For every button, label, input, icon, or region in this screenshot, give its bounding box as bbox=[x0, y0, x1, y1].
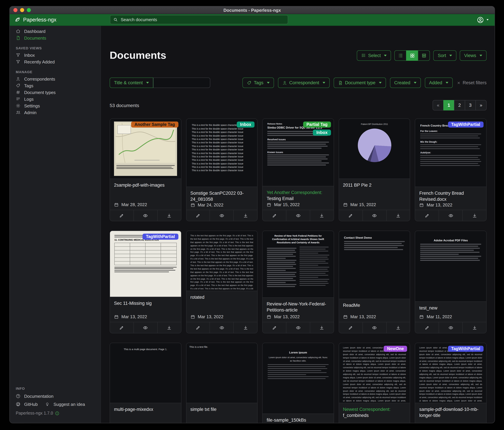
sidebar-item-suggest-an-idea[interactable]: Suggest an idea bbox=[39, 400, 86, 408]
document-card[interactable]: This is the text that appears on the fir… bbox=[186, 231, 258, 333]
sidebar-item-github[interactable]: GitHub bbox=[10, 400, 39, 408]
tag-inbox[interactable]: Inbox bbox=[313, 130, 331, 136]
view-button[interactable] bbox=[439, 210, 463, 221]
document-thumbnail[interactable]: Patient BP Distribution 2011 bbox=[339, 119, 410, 179]
sort-button[interactable]: Sort bbox=[433, 50, 457, 61]
pagination-page-2[interactable]: 2 bbox=[454, 100, 465, 111]
filter-tags-button[interactable]: Tags bbox=[243, 77, 274, 88]
document-title[interactable]: French Country Bread Revised.docx bbox=[419, 190, 482, 203]
view-button[interactable] bbox=[362, 322, 386, 333]
minimize-button[interactable] bbox=[20, 8, 24, 12]
edit-button[interactable] bbox=[110, 322, 134, 333]
document-card[interactable]: Adobe Acrobat PDF Filestest_newMar 11, 2… bbox=[415, 231, 486, 333]
sidebar-item-tags[interactable]: Tags bbox=[10, 82, 101, 89]
document-title[interactable]: simple txt file bbox=[190, 406, 253, 412]
download-button[interactable] bbox=[462, 322, 486, 333]
tag-partial-tag[interactable]: Partial Tag bbox=[303, 122, 331, 128]
tag-another-sample-tag[interactable]: Another Sample Tag bbox=[131, 122, 178, 128]
correspondent-link[interactable]: Newest Correspondent: bbox=[343, 407, 391, 412]
title-content-dropdown[interactable]: Title & content bbox=[110, 77, 153, 88]
document-title[interactable]: Sonstige ScanPC2022 03-24_081058 bbox=[190, 190, 253, 203]
tag-tagwithpartial[interactable]: TagWithPartial bbox=[448, 122, 484, 128]
sidebar-item-correspondents[interactable]: Correspondents bbox=[10, 75, 101, 82]
reset-filters-button[interactable]: Reset filters bbox=[457, 80, 486, 85]
sidebar-item-documents[interactable]: Documents bbox=[10, 35, 101, 41]
zoom-button[interactable] bbox=[27, 8, 31, 12]
edit-button[interactable] bbox=[262, 322, 286, 333]
download-button[interactable] bbox=[310, 322, 334, 333]
document-card[interactable]: Release NotesSimba ODBC Driver for SQL S… bbox=[262, 119, 334, 221]
view-button[interactable] bbox=[134, 210, 157, 221]
document-card[interactable]: Lorem ipsumLorem ipsum dolor sit amet, c… bbox=[262, 343, 334, 423]
sidebar-item-admin[interactable]: Admin bbox=[10, 109, 101, 116]
download-button[interactable] bbox=[234, 210, 257, 221]
select-button[interactable]: Select bbox=[357, 50, 391, 61]
pagination-page-3[interactable]: 3 bbox=[465, 100, 476, 111]
document-card[interactable]: Lorem ipsum dolor sit amet, consectetur … bbox=[339, 343, 410, 423]
edit-button[interactable] bbox=[339, 322, 362, 333]
document-title[interactable]: ReadMe bbox=[343, 302, 406, 308]
tag-tagwithpartial[interactable]: TagWithPartial bbox=[448, 346, 484, 352]
edit-button[interactable] bbox=[415, 322, 439, 333]
title-content-input[interactable] bbox=[153, 77, 210, 88]
download-button[interactable] bbox=[310, 210, 334, 221]
views-button[interactable]: Views bbox=[460, 50, 486, 61]
document-card[interactable]: Another Sample Tag2sample-pdf-with-image… bbox=[110, 119, 181, 221]
tag-inbox[interactable]: Inbox bbox=[237, 122, 255, 128]
sidebar-item-logs[interactable]: Logs bbox=[10, 96, 101, 102]
document-thumbnail[interactable]: Another Sample Tag bbox=[110, 119, 181, 179]
edit-button[interactable] bbox=[339, 210, 362, 221]
document-thumbnail[interactable]: This is a multi page document. Page 1. bbox=[110, 343, 181, 403]
document-thumbnail[interactable]: Lorem ipsum dolor sit amet, consectetur … bbox=[339, 343, 410, 403]
document-title[interactable]: Newest Correspondent: f_combineds bbox=[343, 406, 406, 419]
document-thumbnail[interactable]: This is a test for the double space char… bbox=[186, 119, 257, 187]
view-button[interactable] bbox=[134, 322, 157, 333]
download-button[interactable] bbox=[157, 210, 181, 221]
document-title[interactable]: Yet Another Correspondent: Testing Email bbox=[267, 190, 329, 202]
view-button[interactable] bbox=[286, 322, 310, 333]
document-thumbnail[interactable]: French Country BreadFor the Leaven:Mix t… bbox=[415, 119, 486, 187]
edit-button[interactable] bbox=[186, 322, 210, 333]
document-card[interactable]: Lorem ipsum dolor sit amet, consectetur … bbox=[415, 343, 486, 423]
download-button[interactable] bbox=[386, 210, 410, 221]
edit-button[interactable] bbox=[415, 210, 439, 221]
view-mode-grid-button[interactable] bbox=[406, 50, 418, 61]
document-title[interactable]: file-sample_150kBs bbox=[267, 417, 329, 423]
filter-created-button[interactable]: Created bbox=[390, 77, 421, 88]
download-button[interactable] bbox=[157, 322, 181, 333]
filter-added-button[interactable]: Added bbox=[425, 77, 452, 88]
document-thumbnail[interactable]: This is a test file. bbox=[186, 343, 257, 403]
download-button[interactable] bbox=[386, 322, 410, 333]
document-title[interactable]: sample-pdf-download-10-mb-longer-title bbox=[419, 406, 482, 419]
tag-newone[interactable]: NewOne bbox=[384, 346, 407, 352]
search-input[interactable] bbox=[120, 17, 285, 22]
view-button[interactable] bbox=[210, 210, 234, 221]
document-title[interactable]: test_new bbox=[419, 305, 482, 311]
document-title[interactable]: rotated bbox=[190, 294, 253, 300]
document-title[interactable]: 2011 BP Pie 2 bbox=[343, 182, 406, 188]
document-thumbnail[interactable]: 11. CONTINUING MEDICAL EDUCATIONTagWithP… bbox=[110, 231, 181, 297]
document-thumbnail[interactable]: Release NotesSimba ODBC Driver for SQL S… bbox=[262, 119, 333, 186]
sidebar-item-recently-added[interactable]: Recently Added bbox=[10, 58, 101, 65]
pagination-prev-button[interactable]: « bbox=[432, 100, 444, 111]
tag-tagwithpartial[interactable]: TagWithPartial bbox=[143, 234, 178, 240]
document-title[interactable]: Sec 11-Missing sig bbox=[114, 300, 177, 307]
document-card[interactable]: 11. CONTINUING MEDICAL EDUCATIONTagWithP… bbox=[110, 231, 181, 333]
view-button[interactable] bbox=[362, 210, 386, 221]
document-card[interactable]: Contact Sheet DemoReadMeMar 13, 2022 bbox=[339, 231, 410, 333]
document-card[interactable]: This is a multi page document. Page 1.mu… bbox=[110, 343, 181, 423]
download-button[interactable] bbox=[462, 210, 486, 221]
document-thumbnail[interactable]: This is the text that appears on the fir… bbox=[186, 231, 257, 291]
document-thumbnail[interactable]: Lorem ipsum dolor sit amet, consectetur … bbox=[415, 343, 486, 403]
edit-button[interactable] bbox=[186, 210, 210, 221]
brand[interactable]: Paperless-ngx bbox=[14, 17, 56, 23]
document-thumbnail[interactable]: Review of New York Federal Petitions for… bbox=[262, 231, 333, 298]
sidebar-item-document-types[interactable]: Document types bbox=[10, 89, 101, 96]
sidebar-item-dashboard[interactable]: Dashboard bbox=[10, 28, 101, 35]
view-button[interactable] bbox=[210, 322, 234, 333]
filter-document-type-button[interactable]: Document type bbox=[334, 77, 386, 88]
edit-button[interactable] bbox=[110, 210, 134, 221]
sidebar-item-documentation[interactable]: Documentation bbox=[10, 392, 101, 400]
user-menu[interactable] bbox=[477, 16, 490, 23]
view-button[interactable] bbox=[286, 210, 310, 221]
